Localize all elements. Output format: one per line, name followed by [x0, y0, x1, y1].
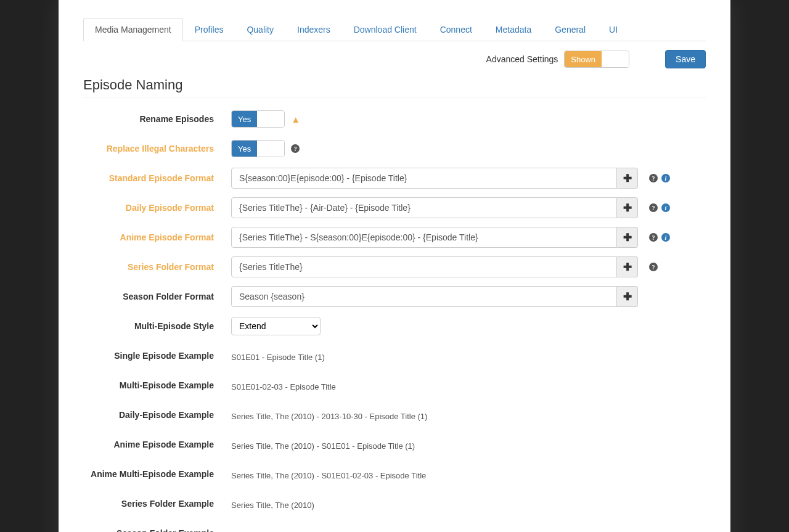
row-daily-format: Daily Episode Format ✚ ? i — [83, 197, 706, 218]
daily-format-add-button[interactable]: ✚ — [617, 197, 638, 218]
row-rename-episodes: Rename Episodes Yes ▲ — [83, 108, 706, 129]
help-icon[interactable]: ? — [649, 233, 658, 242]
label-multi-example: Multi-Episode Example — [83, 380, 231, 390]
label-season-folder: Season Folder Format — [83, 292, 231, 301]
anime-example-text: Series Title, The (2010) - S01E01 - Epis… — [231, 439, 415, 451]
save-button[interactable]: Save — [665, 50, 706, 68]
replace-illegal-toggle[interactable]: Yes — [231, 140, 285, 157]
row-series-folder: Series Folder Format ✚ ? — [83, 256, 706, 277]
label-standard-format: Standard Episode Format — [83, 173, 231, 183]
season-folder-example-text: Season 1 — [231, 528, 265, 533]
tab-metadata[interactable]: Metadata — [484, 18, 543, 41]
help-icon[interactable]: ? — [649, 203, 658, 212]
row-anime-multi-example: Anime Multi-Episode Example Series Title… — [83, 464, 706, 485]
season-folder-input[interactable] — [231, 286, 617, 307]
tab-download-client[interactable]: Download Client — [342, 18, 428, 41]
info-icon[interactable]: i — [661, 203, 670, 212]
toggle-off — [257, 111, 284, 127]
tab-indexers[interactable]: Indexers — [285, 18, 342, 41]
advanced-settings-label: Advanced Settings — [486, 54, 558, 64]
row-multi-example: Multi-Episode Example S01E01-02-03 - Epi… — [83, 375, 706, 396]
toolbar: Advanced Settings Shown Save — [83, 50, 706, 68]
settings-page: Media Management Profiles Quality Indexe… — [59, 0, 730, 532]
tab-profiles[interactable]: Profiles — [183, 18, 235, 41]
label-single-example: Single Episode Example — [83, 351, 231, 361]
plus-icon: ✚ — [623, 262, 632, 272]
tab-quality[interactable]: Quality — [235, 18, 285, 41]
help-icon[interactable]: ? — [291, 144, 300, 153]
plus-icon: ✚ — [623, 173, 632, 184]
plus-icon: ✚ — [623, 232, 632, 243]
toggle-shown: Shown — [565, 51, 602, 67]
standard-format-add-button[interactable]: ✚ — [617, 168, 638, 189]
warning-icon: ▲ — [291, 114, 300, 125]
row-daily-example: Daily-Episode Example Series Title, The … — [83, 404, 706, 425]
help-icon[interactable]: ? — [649, 263, 658, 271]
row-standard-format: Standard Episode Format ✚ ? i — [83, 168, 706, 189]
standard-format-input[interactable] — [231, 168, 617, 189]
series-folder-example-text: Series Title, The (2010) — [231, 498, 314, 510]
rename-episodes-toggle[interactable]: Yes — [231, 110, 285, 128]
daily-format-input[interactable] — [231, 197, 617, 218]
tab-connect[interactable]: Connect — [428, 18, 484, 41]
multi-style-select[interactable]: Extend — [231, 317, 321, 335]
tabs-nav: Media Management Profiles Quality Indexe… — [83, 17, 706, 41]
row-season-folder-example: Season Folder Example Season 1 — [83, 523, 706, 532]
label-replace-illegal: Replace Illegal Characters — [83, 144, 231, 153]
advanced-settings-toggle[interactable]: Shown — [564, 51, 629, 68]
info-icon[interactable]: i — [661, 174, 670, 182]
plus-icon: ✚ — [623, 203, 632, 213]
multi-example-text: S01E01-02-03 - Episode Title — [231, 380, 336, 391]
label-season-folder-example: Season Folder Example — [83, 528, 231, 532]
row-multi-style: Multi-Episode Style Extend — [83, 316, 706, 337]
daily-example-text: Series Title, The (2010) - 2013-10-30 - … — [231, 409, 427, 421]
label-daily-format: Daily Episode Format — [83, 203, 231, 213]
plus-icon: ✚ — [623, 292, 632, 302]
label-series-folder: Series Folder Format — [83, 262, 231, 272]
season-folder-add-button[interactable]: ✚ — [617, 286, 638, 307]
label-multi-style: Multi-Episode Style — [83, 321, 231, 331]
row-anime-format: Anime Episode Format ✚ ? i — [83, 227, 706, 248]
tab-media-management[interactable]: Media Management — [83, 18, 183, 41]
help-icon[interactable]: ? — [649, 174, 658, 182]
single-example-text: S01E01 - Episode Title (1) — [231, 350, 325, 362]
toggle-off — [602, 51, 629, 67]
label-anime-example: Anime Episode Example — [83, 440, 231, 449]
row-anime-example: Anime Episode Example Series Title, The … — [83, 434, 706, 455]
label-anime-multi-example: Anime Multi-Episode Example — [83, 469, 231, 479]
row-series-folder-example: Series Folder Example Series Title, The … — [83, 493, 706, 514]
info-icon[interactable]: i — [661, 233, 670, 242]
label-anime-format: Anime Episode Format — [83, 232, 231, 242]
anime-format-input[interactable] — [231, 227, 617, 248]
label-rename-episodes: Rename Episodes — [83, 114, 231, 124]
anime-format-add-button[interactable]: ✚ — [617, 227, 638, 248]
series-folder-input[interactable] — [231, 256, 617, 277]
tab-ui[interactable]: UI — [597, 18, 629, 41]
toggle-yes: Yes — [232, 111, 257, 127]
tab-general[interactable]: General — [543, 18, 597, 41]
section-title: Episode Naming — [83, 77, 706, 97]
anime-multi-example-text: Series Title, The (2010) - S01E01-02-03 … — [231, 469, 426, 480]
toggle-off — [257, 141, 284, 157]
row-replace-illegal: Replace Illegal Characters Yes ? — [83, 138, 706, 159]
series-folder-add-button[interactable]: ✚ — [617, 256, 638, 277]
toggle-yes: Yes — [232, 141, 257, 157]
label-daily-example: Daily-Episode Example — [83, 410, 231, 420]
row-single-example: Single Episode Example S01E01 - Episode … — [83, 345, 706, 366]
row-season-folder: Season Folder Format ✚ — [83, 286, 706, 307]
label-series-folder-example: Series Folder Example — [83, 499, 231, 509]
